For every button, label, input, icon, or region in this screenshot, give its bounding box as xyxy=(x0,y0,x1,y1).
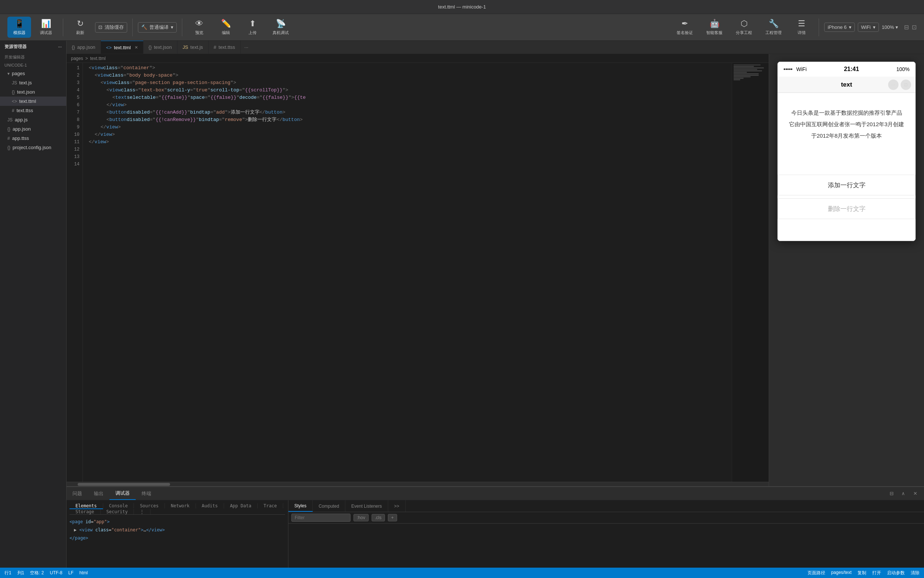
preview-button[interactable]: 👁 预览 xyxy=(188,17,211,38)
engineering-button[interactable]: 🔧 工程管理 xyxy=(760,17,787,38)
code-editor[interactable]: 12345 678910 11121314 <view class="conta… xyxy=(66,63,769,482)
status-open-btn[interactable]: 打开 xyxy=(872,570,881,576)
tab-text-json[interactable]: {} text.json xyxy=(144,41,178,54)
refresh-button[interactable]: ↻ 刷新 xyxy=(68,17,92,38)
simulator-icon: 📱 xyxy=(15,19,24,29)
panel-close-icon[interactable]: ✕ xyxy=(911,489,919,498)
style-tab-listeners[interactable]: Event Listeners xyxy=(345,500,388,512)
ai-button[interactable]: 🤖 智能客服 xyxy=(701,17,728,38)
breadcrumb: pages > text.ttml xyxy=(66,54,769,63)
styles-filter-bar: :hov .cls + xyxy=(288,512,924,524)
app-json-tab-icon: {} xyxy=(72,44,75,50)
subtab-more[interactable]: ⋮ xyxy=(134,509,150,515)
scroll-thumb[interactable] xyxy=(78,483,170,486)
bottom-panel: 问题 输出 调试器 终端 ⊟ ∧ ✕ xyxy=(66,486,924,568)
dom-line-close[interactable]: </page> xyxy=(70,534,285,542)
tab-app-json[interactable]: {} app.json xyxy=(66,41,101,54)
debugger-button[interactable]: 📊 调试器 xyxy=(34,17,58,38)
device-debug-button[interactable]: 📡 真机调试 xyxy=(267,17,294,38)
status-launch-params[interactable]: 启动参数 xyxy=(887,570,905,576)
phone-menu-icon[interactable]: ··· xyxy=(888,80,898,90)
sidebar: 资源管理器 ··· 开发编辑器 UNICODE-1 ▾ pages JS tex… xyxy=(0,41,66,568)
hov-button[interactable]: :hov xyxy=(353,514,369,521)
subtab-security[interactable]: Security xyxy=(100,509,134,515)
simulator-button[interactable]: 📱 模拟器 xyxy=(7,17,31,38)
breadcrumb-file[interactable]: text.ttml xyxy=(90,56,106,61)
status-copy-btn[interactable]: 复制 xyxy=(858,570,866,576)
add-style-button[interactable]: + xyxy=(388,514,397,521)
ttml-file-icon: <> xyxy=(12,99,17,104)
cls-button[interactable]: .cls xyxy=(372,514,385,521)
preview-icon: 👁 xyxy=(195,19,203,29)
code-line-8: <button disabled="{{!canRemove}}" bindta… xyxy=(89,116,732,123)
subtab-network[interactable]: Network xyxy=(165,503,196,508)
styles-filter-input[interactable] xyxy=(291,514,351,522)
device-select[interactable]: iPhone 6 ▾ xyxy=(824,23,854,32)
bottom-tab-output[interactable]: 输出 xyxy=(88,487,110,500)
tab-text-ttml[interactable]: <> text.ttml ✕ xyxy=(101,41,144,54)
subtab-audits[interactable]: Audits xyxy=(196,503,224,508)
subtab-appdata[interactable]: App Data xyxy=(224,503,258,508)
sidebar-item-text-ttss[interactable]: # text.ttss xyxy=(0,106,66,115)
sidebar-item-app-js[interactable]: JS app.js xyxy=(0,115,66,124)
tab-text-ttss[interactable]: # text.ttss xyxy=(209,41,241,54)
breadcrumb-pages[interactable]: pages xyxy=(71,56,83,61)
dom-line-page[interactable]: <page id="app"> xyxy=(70,518,285,526)
network-select[interactable]: WiFi ▾ xyxy=(858,23,879,32)
code-line-11: </view> xyxy=(89,138,732,146)
subtab-elements[interactable]: Elements xyxy=(70,503,103,509)
editor-button[interactable]: ✏️ 编辑 xyxy=(214,17,238,38)
style-tab-more[interactable]: >> xyxy=(388,500,406,512)
subtab-sources[interactable]: Sources xyxy=(134,503,165,508)
code-line-3: <view class="page-section page-section-s… xyxy=(89,79,732,87)
engineering-icon: 🔧 xyxy=(769,19,779,29)
status-page-path: 页面路径 xyxy=(807,570,825,576)
tab-text-js[interactable]: JS text.js xyxy=(178,41,209,54)
code-line-6: </view> xyxy=(89,101,732,109)
app-ttss-icon: # xyxy=(7,136,10,141)
dom-line-view[interactable]: ▶ <view class="container">…</view> xyxy=(70,526,285,534)
detail-button[interactable]: ☰ 详情 xyxy=(790,17,814,38)
zoom-select[interactable]: 100% ▾ xyxy=(882,24,898,30)
subtab-trace[interactable]: Trace xyxy=(258,503,283,508)
bottom-tab-issues[interactable]: 问题 xyxy=(66,487,88,500)
bottom-tab-debugger[interactable]: 调试器 xyxy=(110,487,136,500)
text-js-tab-icon: JS xyxy=(183,44,188,50)
compile-dropdown[interactable]: 🔨 普通编译 ▾ xyxy=(138,22,177,32)
code-content[interactable]: <view class="container"> <view class="bo… xyxy=(83,63,732,482)
style-tab-computed[interactable]: Computed xyxy=(313,500,345,512)
sidebar-item-text-ttml[interactable]: <> text.ttml xyxy=(0,97,66,106)
subtab-storage[interactable]: Storage xyxy=(70,509,100,515)
full-view-icon[interactable]: ⊡ xyxy=(912,24,917,31)
panel-collapse-icon[interactable]: ∧ xyxy=(899,489,908,498)
sidebar-item-text-js[interactable]: JS text.js xyxy=(0,78,66,87)
zoom-chevron-icon: ▾ xyxy=(895,24,898,30)
sidebar-item-app-json[interactable]: {} app.json xyxy=(0,124,66,133)
editor-scrollbar[interactable] xyxy=(66,482,769,486)
clear-cache-button[interactable]: ⊡ 清除缓存 xyxy=(95,22,127,32)
tabs-more-button[interactable]: ··· xyxy=(241,44,252,50)
sidebar-item-text-json[interactable]: {} text.json xyxy=(0,87,66,97)
bottom-tab-terminal[interactable]: 终端 xyxy=(136,487,157,500)
style-tab-styles[interactable]: Styles xyxy=(288,500,313,512)
text-ttml-tab-icon: <> xyxy=(106,45,112,50)
window-title: text.ttml — minicode-1 xyxy=(438,4,486,10)
tab-close-icon[interactable]: ✕ xyxy=(134,45,138,50)
status-clear-btn[interactable]: 清除 xyxy=(911,570,919,576)
sidebar-item-pages[interactable]: ▾ pages xyxy=(0,69,66,78)
phone-expand-icon[interactable]: ⊡ xyxy=(901,80,911,90)
split-view-icon[interactable]: ⊟ xyxy=(904,24,909,31)
status-bar-right: 页面路径 pages/text 复制 打开 启动参数 清除 xyxy=(807,570,919,576)
share-button[interactable]: ⬡ 分享工程 xyxy=(731,17,757,38)
sidebar-item-project-config[interactable]: {} project.config.json xyxy=(0,143,66,152)
subtab-console[interactable]: Console xyxy=(103,503,134,508)
sign-button[interactable]: ✒ 签名验证 xyxy=(672,17,698,38)
upload-button[interactable]: ⬆ 上传 xyxy=(241,17,264,38)
phone-add-btn[interactable]: 添加一行文字 xyxy=(778,175,916,195)
sidebar-item-app-ttss[interactable]: # app.ttss xyxy=(0,133,66,143)
status-spaces: 空格: 2 xyxy=(30,570,44,576)
phone-remove-btn[interactable]: 删除一行文字 xyxy=(778,198,916,219)
sidebar-more-icon[interactable]: ··· xyxy=(58,44,62,50)
toolbar-sep-2 xyxy=(133,18,133,36)
panel-layout-icon[interactable]: ⊟ xyxy=(887,489,896,498)
